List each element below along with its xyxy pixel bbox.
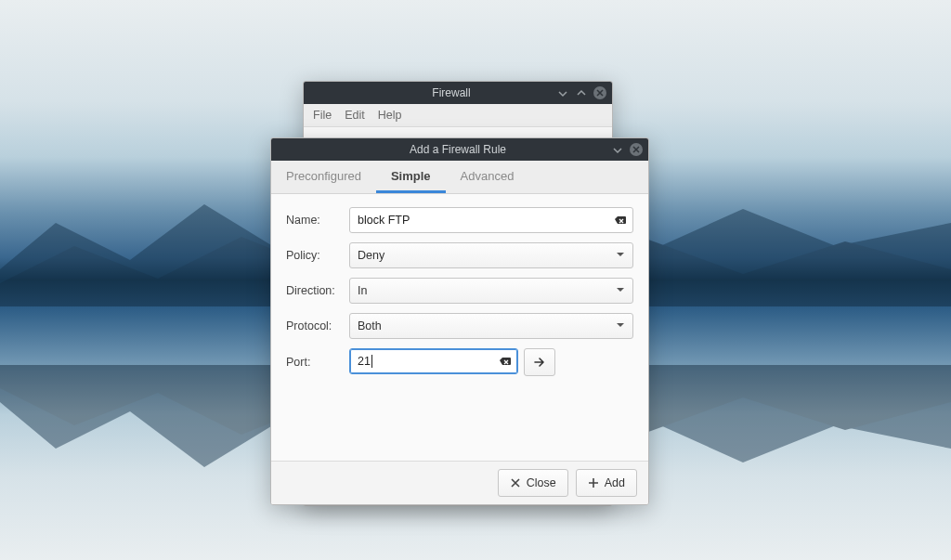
dialog-titlebar[interactable]: Add a Firewall Rule bbox=[271, 138, 648, 161]
simple-form: Name: block FTP Policy: Deny bbox=[271, 194, 648, 460]
chevron-down-icon bbox=[616, 249, 625, 262]
firewall-menubar: File Edit Help bbox=[304, 104, 612, 127]
policy-label: Policy: bbox=[286, 249, 349, 262]
port-value: 21 bbox=[358, 355, 497, 369]
name-label: Name: bbox=[286, 214, 349, 227]
menu-file[interactable]: File bbox=[313, 109, 332, 122]
name-value: block FTP bbox=[358, 214, 612, 227]
close-button[interactable]: Close bbox=[498, 469, 568, 497]
clear-port-icon[interactable] bbox=[497, 354, 512, 369]
close-x-icon bbox=[510, 477, 521, 488]
menu-edit[interactable]: Edit bbox=[345, 109, 365, 122]
add-button-label: Add bbox=[605, 476, 625, 489]
protocol-label: Protocol: bbox=[286, 319, 349, 332]
add-rule-dialog: Add a Firewall Rule Preconfigured Simple… bbox=[270, 137, 649, 505]
dialog-footer: Close Add bbox=[271, 461, 648, 504]
policy-select[interactable]: Deny bbox=[349, 242, 633, 268]
policy-value: Deny bbox=[358, 249, 616, 262]
name-input[interactable]: block FTP bbox=[349, 207, 633, 233]
dialog-title: Add a Firewall Rule bbox=[305, 143, 611, 156]
port-label: Port: bbox=[286, 356, 349, 369]
plus-icon bbox=[588, 477, 599, 488]
maximize-icon[interactable] bbox=[575, 86, 588, 99]
firewall-title: Firewall bbox=[346, 86, 556, 99]
tab-advanced[interactable]: Advanced bbox=[446, 161, 529, 193]
clear-name-icon[interactable] bbox=[612, 213, 627, 228]
direction-value: In bbox=[358, 284, 616, 297]
direction-select[interactable]: In bbox=[349, 278, 633, 304]
tab-preconfigured[interactable]: Preconfigured bbox=[271, 161, 376, 193]
minimize-icon[interactable] bbox=[556, 86, 569, 99]
firewall-titlebar[interactable]: Firewall bbox=[304, 82, 612, 104]
protocol-select[interactable]: Both bbox=[349, 313, 633, 339]
protocol-value: Both bbox=[358, 319, 616, 332]
dialog-close-icon[interactable] bbox=[630, 143, 643, 156]
port-lookup-button[interactable] bbox=[524, 348, 555, 376]
dialog-minimize-icon[interactable] bbox=[611, 143, 624, 156]
direction-label: Direction: bbox=[286, 284, 349, 297]
add-button[interactable]: Add bbox=[576, 469, 637, 497]
menu-help[interactable]: Help bbox=[378, 109, 402, 122]
tab-simple[interactable]: Simple bbox=[376, 161, 446, 193]
port-input[interactable]: 21 bbox=[349, 348, 518, 374]
dialog-tabs: Preconfigured Simple Advanced bbox=[271, 161, 648, 194]
close-button-label: Close bbox=[527, 476, 556, 489]
close-icon[interactable] bbox=[593, 86, 606, 99]
chevron-down-icon bbox=[616, 319, 625, 332]
chevron-down-icon bbox=[616, 284, 625, 297]
